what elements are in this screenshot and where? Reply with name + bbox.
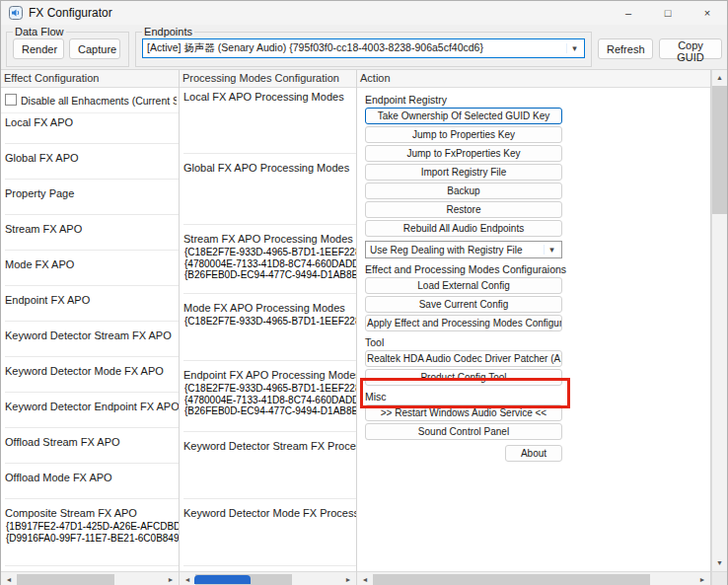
endpoints-dropdown[interactable]: [Active] 扬声器 (Senary Audio) {795f03f0-cc…: [142, 38, 585, 58]
effect-section-kd-endpoint-fx-apo: Keyword Detector Endpoint FX APO: [1, 398, 179, 433]
restart-audio-service-button[interactable]: >> Restart Windows Audio Service <<: [365, 404, 562, 421]
fx-configurator-window: FX Configurator – □ × Data Flow Render C…: [0, 0, 728, 585]
section-label: Endpoint FX APO Processing Modes: [183, 369, 356, 383]
sound-control-panel-button[interactable]: Sound Control Panel: [365, 423, 562, 440]
scroll-right-icon[interactable]: ►: [342, 576, 354, 583]
section-listbox[interactable]: {C18E2F7E-933D-4965-B7D1-1EEF228D2A {478…: [183, 247, 356, 294]
endpoints-label: Endpoints: [142, 26, 194, 37]
scrollbar-thumb[interactable]: [17, 574, 114, 585]
section-label: Stream FX APO: [5, 223, 179, 237]
section-listbox[interactable]: [5, 379, 179, 393]
about-button[interactable]: About: [505, 445, 562, 462]
vertical-scrollbar[interactable]: ▲ ▼: [711, 70, 727, 585]
section-label: Composite Stream FX APO: [5, 507, 179, 521]
action-panel: Action Endpoint Registry Take Ownership …: [357, 70, 711, 585]
effect-section-mode-fx-apo: Mode FX APO: [1, 256, 179, 291]
effect-modes-config-label: Effect and Processing Modes Configuraion…: [365, 263, 702, 275]
tool-label: Tool: [365, 336, 702, 348]
scrollbar-thumb[interactable]: [373, 574, 650, 585]
take-ownership-button[interactable]: Take Ownership Of Selected GUID Key: [365, 108, 562, 124]
guid-item[interactable]: {C18E2F7E-933D-4965-B7D1-1EEF228D2A: [183, 247, 356, 258]
scroll-left-icon[interactable]: ◄: [3, 576, 15, 583]
product-config-tool-button[interactable]: Product Config Tool: [365, 369, 562, 386]
disable-enhancements-row[interactable]: Disable all Enhacments (Current Selected…: [1, 88, 179, 113]
horizontal-scrollbar[interactable]: ◄ ►: [357, 571, 710, 585]
section-listbox[interactable]: [5, 485, 179, 499]
apply-configs-button[interactable]: Apply Effect and Processing Modes Config…: [365, 315, 562, 331]
section-listbox[interactable]: [183, 521, 356, 566]
section-listbox[interactable]: [183, 105, 356, 154]
section-label: Global FX APO Processing Modes: [183, 162, 356, 176]
realtek-patcher-button[interactable]: Realtek HDA Audio Codec Driver Patcher (…: [365, 350, 562, 367]
scrollbar-track[interactable]: [712, 214, 727, 555]
copy-guid-button[interactable]: Copy GUID: [659, 38, 722, 59]
jump-fxproperties-key-button[interactable]: Jump to FxProperties Key: [365, 145, 562, 162]
backup-button[interactable]: Backup: [365, 183, 562, 199]
guid-item[interactable]: {D9916FA0-99F7-11E7-BE21-6C0B849889: [5, 533, 179, 545]
minimize-button[interactable]: –: [609, 1, 648, 25]
action-header: Action: [357, 70, 710, 88]
scroll-up-icon[interactable]: ▲: [712, 70, 727, 86]
close-button[interactable]: ×: [688, 1, 727, 25]
chevron-down-icon: ▾: [544, 245, 559, 255]
scroll-left-icon[interactable]: ◄: [182, 576, 193, 583]
render-button[interactable]: Render: [13, 38, 64, 59]
section-listbox[interactable]: [5, 166, 179, 180]
misc-label: Misc: [365, 391, 702, 402]
section-label: Endpoint FX APO: [5, 294, 179, 308]
section-listbox[interactable]: {C18E2F7E-933D-4965-B7D1-1EEF228D2A: [183, 316, 356, 361]
reg-dealing-dropdown[interactable]: Use Reg Dealing with Registry File ▾: [365, 241, 562, 258]
checkbox-icon[interactable]: [5, 94, 17, 106]
effect-section-global-fx-apo: Global FX APO: [1, 149, 179, 184]
section-listbox[interactable]: [5, 414, 179, 428]
section-label: Keyword Detector Mode FX APO: [5, 365, 179, 379]
effect-section-kd-stream-fx-apo: Keyword Detector Stream FX APO: [1, 327, 179, 362]
save-current-config-button[interactable]: Save Current Config: [365, 296, 562, 313]
proc-section-local-fx: Local FX APO Processing Modes: [180, 88, 356, 159]
guid-item[interactable]: {C18E2F7E-933D-4965-B7D1-1EEF228D2A: [183, 316, 356, 328]
effect-section-composite-stream-fx-apo: Composite Stream FX APO {1B917FE2-47D1-4…: [1, 504, 179, 571]
scroll-right-icon[interactable]: ►: [696, 576, 708, 583]
data-flow-group: Data Flow Render Capture: [6, 26, 129, 67]
section-listbox[interactable]: [5, 308, 179, 322]
guid-item[interactable]: {4780004E-7133-41D8-8C74-660DADD2C0: [183, 258, 356, 270]
section-listbox[interactable]: [5, 343, 179, 357]
section-listbox[interactable]: {C18E2F7E-933D-4965-B7D1-1EEF228D2A {478…: [183, 383, 356, 432]
section-listbox[interactable]: [183, 176, 356, 225]
section-label: Offload Mode FX APO: [5, 472, 179, 485]
load-external-config-button[interactable]: Load External Config: [365, 277, 562, 294]
main-area: Effect Configuration Disable all Enhacme…: [1, 70, 727, 585]
section-label: Local FX APO: [5, 116, 179, 130]
effect-section-local-fx-apo: Local FX APO: [1, 113, 179, 149]
horizontal-scrollbar[interactable]: ◄ ►: [1, 571, 179, 585]
section-listbox[interactable]: [5, 450, 179, 464]
guid-item[interactable]: {B26FEB0D-EC94-477C-9494-D1AB8E753F: [183, 405, 356, 417]
guid-item[interactable]: {1B917FE2-47D1-425D-A26E-AFCDBDA7A: [5, 521, 179, 533]
proc-section-mode-fx: Mode FX APO Processing Modes {C18E2F7E-9…: [180, 299, 356, 366]
section-listbox[interactable]: [183, 454, 356, 499]
maximize-button[interactable]: □: [648, 1, 688, 25]
rebuild-audio-endpoints-button[interactable]: Rebuild All Audio Endpoints: [365, 220, 562, 237]
scrollbar-track[interactable]: [15, 572, 165, 585]
titlebar[interactable]: FX Configurator – □ ×: [1, 1, 727, 25]
section-listbox[interactable]: [5, 201, 179, 215]
window-controls: – □ ×: [609, 1, 727, 25]
section-listbox[interactable]: [5, 237, 179, 251]
guid-item[interactable]: {B26FEB0D-EC94-477C-9494-D1AB8E753F: [183, 269, 356, 281]
scrollbar-track[interactable]: [371, 572, 696, 585]
section-listbox[interactable]: [5, 272, 179, 286]
section-listbox[interactable]: {1B917FE2-47D1-425D-A26E-AFCDBDA7A {D991…: [5, 521, 179, 566]
section-listbox[interactable]: [5, 130, 179, 144]
scroll-right-icon[interactable]: ►: [165, 576, 177, 583]
scroll-left-icon[interactable]: ◄: [359, 576, 371, 583]
refresh-button[interactable]: Refresh: [598, 38, 653, 59]
jump-properties-key-button[interactable]: Jump to Properties Key: [365, 126, 562, 143]
guid-item[interactable]: {C18E2F7E-933D-4965-B7D1-1EEF228D2A: [183, 383, 356, 395]
scroll-down-icon[interactable]: ▼: [712, 555, 727, 571]
guid-item[interactable]: {4780004E-7133-41D8-8C74-660DADD2C0: [183, 395, 356, 406]
section-label: Property Page: [5, 187, 179, 201]
capture-button[interactable]: Capture: [69, 38, 120, 59]
scrollbar-thumb[interactable]: [712, 86, 727, 214]
import-registry-file-button[interactable]: Import Registry File: [365, 164, 562, 181]
restore-button[interactable]: Restore: [365, 201, 562, 218]
